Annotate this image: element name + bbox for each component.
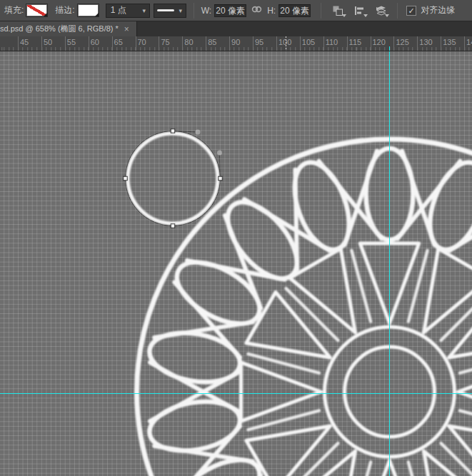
ruler-major-tick: 125 [393,36,394,51]
ruler-minor-ticks [0,47,472,51]
anchor-point-handle[interactable] [171,224,175,228]
stroke-style-preview [157,9,174,11]
artwork-layer [0,51,472,476]
ruler-major-tick: 50 [41,36,42,51]
divider [321,3,321,19]
align-edges-label: 对齐边缘 [421,4,455,16]
document-canvas[interactable] [0,51,472,476]
ruler-major-tick: 100 [276,36,277,51]
vertical-guide[interactable] [389,51,390,476]
stroke-label: 描边: [55,4,74,16]
stroke-swatch-dropdown-icon [95,13,99,16]
path-operations-button[interactable] [328,3,347,19]
document-tab[interactable]: sd.psd @ 658% (椭圆 6, RGB/8) * × [0,21,137,36]
ruler-major-tick: 95 [253,36,253,51]
ruler-guide-mark [389,46,390,51]
stroke-swatch[interactable] [77,4,99,17]
ruler-major-tick: 75 [159,36,159,51]
ruler-major-tick: 55 [65,36,66,51]
ruler-major-tick: 115 [347,36,348,51]
chevron-down-icon: ▾ [139,7,149,14]
ruler-major-tick: 45 [18,36,19,51]
ruler-major-tick: 120 [371,36,371,51]
chevron-down-icon [342,14,346,17]
ruler-cursor-indicator [286,36,286,51]
width-label: W: [201,6,211,16]
ruler-major-tick: 140 [464,36,465,51]
ruler-major-tick: 60 [89,36,89,51]
fill-label: 填充: [4,4,24,16]
selected-ellipse-paint [128,133,218,223]
ruler-major-tick: 65 [112,36,113,51]
shape-width-input[interactable]: 20 像素 [214,4,246,17]
stroke-width-value: 1 点 [111,4,126,16]
horizontal-guide[interactable] [0,393,472,394]
ruler-major-tick: 80 [182,36,183,51]
height-label: H: [267,6,276,16]
fill-swatch[interactable] [26,4,48,17]
path-alignment-button[interactable] [350,3,368,19]
mandala-artwork [137,139,472,476]
horizontal-ruler[interactable]: 4550556065707580859095100105110115120125… [0,36,472,51]
ruler-major-tick: 85 [206,36,206,51]
anchor-point-handle[interactable] [124,176,128,181]
anchor-point-handle[interactable] [219,176,223,181]
ruler-major-tick: 90 [229,36,230,51]
close-icon[interactable]: × [123,25,131,34]
chevron-down-icon: ▾ [176,7,186,14]
align-edges-checkbox[interactable]: ✓ [406,6,416,16]
divider [194,3,194,19]
shape-height-input[interactable]: 20 像素 [278,4,311,17]
stroke-style-select[interactable]: ▾ [154,4,186,18]
document-tab-bar: sd.psd @ 658% (椭圆 6, RGB/8) * × [0,21,472,36]
chevron-down-icon [385,14,389,17]
ruler-major-tick: 135 [441,36,441,51]
path-arrangement-button[interactable] [371,3,390,19]
stroke-width-select[interactable]: 1 点 ▾ [106,4,150,18]
document-tab-title: sd.psd @ 658% (椭圆 6, RGB/8) * [0,24,123,34]
link-dimensions-icon[interactable] [251,4,263,17]
ruler-major-tick: 130 [417,36,418,51]
divider [397,3,398,19]
ruler-major-tick: 105 [300,36,301,51]
anchor-point-handle[interactable] [171,129,175,133]
options-bar: 填充: 描边: 1 点 ▾ ▾ W: 20 像素 H: 20 像素 [0,0,472,21]
ruler-major-tick: 70 [136,36,136,51]
ruler-major-tick: 110 [323,36,324,51]
fill-swatch-dropdown-icon [44,13,47,16]
chevron-down-icon [363,14,368,17]
